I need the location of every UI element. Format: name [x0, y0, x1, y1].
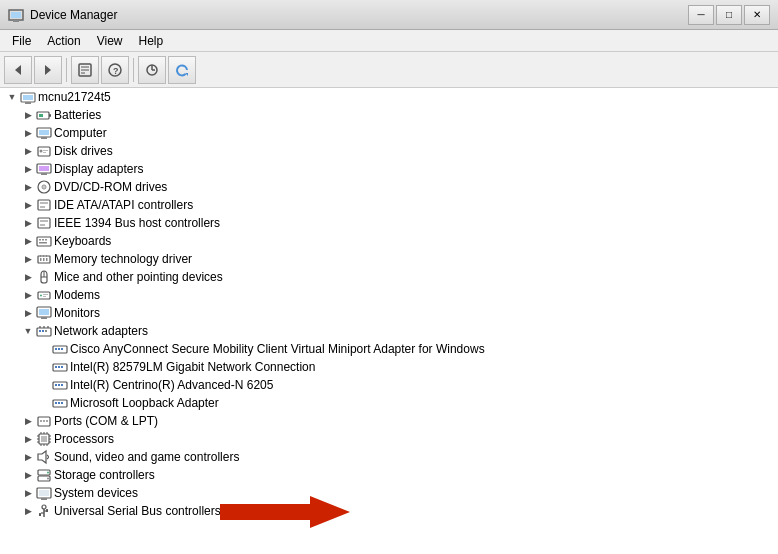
maximize-button[interactable]: □	[716, 5, 742, 25]
svg-rect-39	[40, 224, 45, 226]
svg-rect-37	[38, 218, 50, 228]
scan-button[interactable]	[138, 56, 166, 84]
svg-point-106	[47, 478, 49, 480]
svg-rect-22	[39, 130, 49, 135]
monitors-label: Monitors	[54, 306, 100, 320]
tree-item-diskdrives[interactable]: ▶ Disk drives	[0, 142, 778, 160]
usb-label: Universal Serial Bus controllers	[54, 504, 221, 518]
system-expander[interactable]: ▶	[20, 485, 36, 501]
tree-item-cisco[interactable]: ▶ Cisco AnyConnect Secure Mobility Clien…	[0, 340, 778, 358]
diskdrives-icon	[36, 143, 52, 159]
tree-item-computer[interactable]: ▶ Computer	[0, 124, 778, 142]
sound-label: Sound, video and game controllers	[54, 450, 239, 464]
computer-expander[interactable]: ▶	[20, 125, 36, 141]
batteries-label: Batteries	[54, 108, 101, 122]
ideata-expander[interactable]: ▶	[20, 197, 36, 213]
displayadapters-label: Display adapters	[54, 162, 143, 176]
svg-rect-41	[39, 239, 41, 241]
tree-item-ports[interactable]: ▶ Ports (COM & LPT)	[0, 412, 778, 430]
tree-item-loopback[interactable]: ▶ Microsoft Loopback Adapter	[0, 394, 778, 412]
svg-rect-113	[39, 513, 41, 516]
tree-root[interactable]: ▼ mcnu21724t5	[0, 88, 778, 106]
tree-item-system[interactable]: ▶ System devices	[0, 484, 778, 502]
tree-item-mice[interactable]: ▶ Mice and other pointing devices	[0, 268, 778, 286]
dvdrom-expander[interactable]: ▶	[20, 179, 36, 195]
computer-icon	[36, 125, 52, 141]
svg-rect-48	[46, 258, 48, 261]
svg-rect-51	[46, 255, 47, 257]
root-expander[interactable]: ▼	[4, 89, 20, 105]
ieee1394-expander[interactable]: ▶	[20, 215, 36, 231]
mice-expander[interactable]: ▶	[20, 269, 36, 285]
displayadapters-expander[interactable]: ▶	[20, 161, 36, 177]
svg-rect-77	[55, 384, 57, 386]
svg-rect-23	[41, 137, 47, 139]
tree-item-intel82579[interactable]: ▶ Intel(R) 82579LM Gigabit Network Conne…	[0, 358, 778, 376]
intelcentrino-icon	[52, 377, 68, 393]
tree-item-dvdrom[interactable]: ▶ DVD/CD-ROM drives	[0, 178, 778, 196]
tree-item-sound[interactable]: ▶ Sound, video and game controllers	[0, 448, 778, 466]
tree-item-usb[interactable]: ▶ Universal Serial Bus controllers	[0, 502, 778, 520]
storage-icon	[36, 467, 52, 483]
svg-rect-26	[43, 150, 48, 151]
processors-expander[interactable]: ▶	[20, 431, 36, 447]
tree-item-ieee1394[interactable]: ▶ IEEE 1394 Bus host controllers	[0, 214, 778, 232]
tree-item-monitors[interactable]: ▶ Monitors	[0, 304, 778, 322]
menu-file[interactable]: File	[4, 30, 39, 52]
svg-rect-50	[43, 255, 44, 257]
menu-view[interactable]: View	[89, 30, 131, 52]
svg-rect-75	[61, 366, 63, 368]
batteries-expander[interactable]: ▶	[20, 107, 36, 123]
toolbar: ?	[0, 52, 778, 88]
tree-item-keyboards[interactable]: ▶ Keyboards	[0, 232, 778, 250]
svg-marker-102	[38, 451, 46, 463]
monitors-expander[interactable]: ▶	[20, 305, 36, 321]
svg-rect-70	[58, 348, 60, 350]
svg-marker-4	[45, 65, 51, 75]
tree-item-modems[interactable]: ▶ Modems	[0, 286, 778, 304]
intel82579-icon	[52, 359, 68, 375]
menu-help[interactable]: Help	[131, 30, 172, 52]
modems-expander[interactable]: ▶	[20, 287, 36, 303]
svg-rect-43	[45, 239, 47, 241]
help-button[interactable]: ?	[101, 56, 129, 84]
tree-item-displayadapters[interactable]: ▶ Display adapters	[0, 160, 778, 178]
svg-rect-73	[55, 366, 57, 368]
ports-expander[interactable]: ▶	[20, 413, 36, 429]
tree-item-ideata[interactable]: ▶ IDE ATA/ATAPI controllers	[0, 196, 778, 214]
tree-item-intelcentrino[interactable]: ▶ Intel(R) Centrino(R) Advanced-N 6205	[0, 376, 778, 394]
memory-label: Memory technology driver	[54, 252, 192, 266]
back-button[interactable]	[4, 56, 32, 84]
storage-expander[interactable]: ▶	[20, 467, 36, 483]
device-tree[interactable]: ▼ mcnu21724t5 ▶ Batteries	[0, 88, 778, 554]
svg-rect-64	[45, 330, 47, 332]
close-button[interactable]: ✕	[744, 5, 770, 25]
sound-expander[interactable]: ▶	[20, 449, 36, 465]
svg-rect-59	[39, 309, 49, 315]
monitors-icon	[36, 305, 52, 321]
diskdrives-expander[interactable]: ▶	[20, 143, 36, 159]
refresh-button[interactable]	[168, 56, 196, 84]
forward-button[interactable]	[34, 56, 62, 84]
svg-rect-38	[40, 220, 48, 222]
tree-item-storage[interactable]: ▶ Storage controllers	[0, 466, 778, 484]
svg-rect-27	[43, 152, 46, 153]
svg-rect-29	[39, 166, 49, 171]
svg-rect-60	[41, 317, 47, 319]
usb-expander[interactable]: ▶	[20, 503, 36, 519]
app-icon	[8, 7, 24, 23]
tree-item-memory[interactable]: ▶ Memory technology driver	[0, 250, 778, 268]
system-icon	[36, 485, 52, 501]
tree-item-networkadapters[interactable]: ▼ Network adapters	[0, 322, 778, 340]
memory-expander[interactable]: ▶	[20, 251, 36, 267]
tree-item-processors[interactable]: ▶ Proces	[0, 430, 778, 448]
networkadapters-expander[interactable]: ▼	[20, 323, 36, 339]
keyboards-expander[interactable]: ▶	[20, 233, 36, 249]
tree-item-batteries[interactable]: ▶ Batteries	[0, 106, 778, 124]
properties-button[interactable]	[71, 56, 99, 84]
svg-rect-2	[13, 20, 19, 22]
minimize-button[interactable]: ─	[688, 5, 714, 25]
svg-rect-89	[41, 436, 47, 442]
keyboards-label: Keyboards	[54, 234, 111, 248]
menu-action[interactable]: Action	[39, 30, 88, 52]
